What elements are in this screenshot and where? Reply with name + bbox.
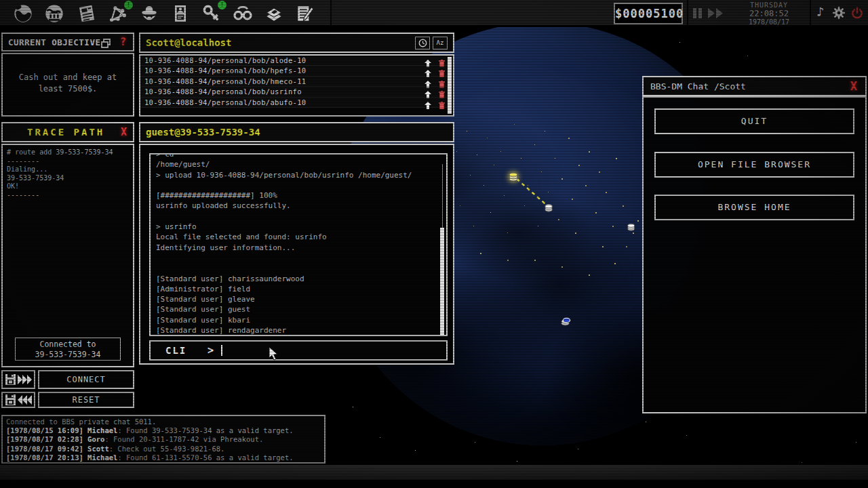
connect-button[interactable]: CONNECT bbox=[38, 370, 134, 389]
fast-forward-icon[interactable] bbox=[708, 8, 724, 21]
clock-date: 1978/08/17 bbox=[731, 18, 807, 26]
top-toolbar: ! ! $00005100 THURSDAY 22:08:52 1978/08/… bbox=[0, 0, 868, 27]
notification-badge: ! bbox=[218, 1, 226, 9]
status-target: 39-533-7539-34 bbox=[16, 350, 120, 360]
key-icon[interactable]: ! bbox=[201, 3, 224, 24]
delete-icon[interactable] bbox=[439, 99, 445, 112]
file-browser-header: Scott@localhost Az bbox=[139, 33, 454, 53]
terminal-line: [Standard user] gleave bbox=[156, 294, 441, 304]
file-path: 10-936-4088-94/personal/bob/hmeco-11 bbox=[144, 77, 306, 85]
cli-input[interactable]: CLI > bbox=[149, 340, 448, 361]
close-icon[interactable]: X bbox=[121, 126, 127, 138]
log-text: Connected to BBS private chat 5011. bbox=[6, 418, 156, 426]
cli-label: CLI bbox=[165, 345, 186, 356]
objective-help-icon[interactable]: ? bbox=[120, 36, 126, 48]
terminal-scrollbar-thumb[interactable] bbox=[440, 228, 444, 336]
sort-time-button[interactable] bbox=[415, 37, 430, 49]
log-author: [1978/08/15 16:09] Michael bbox=[6, 426, 117, 434]
save-forward-button[interactable] bbox=[1, 370, 35, 389]
log-line: [1978/08/15 16:09] Michael: Found 39-533… bbox=[6, 426, 321, 435]
network-node-icon[interactable] bbox=[627, 222, 637, 235]
chat-panel-body: QUIT OPEN FILE BROWSER BROWSE HOME bbox=[642, 96, 867, 413]
log-text: : Found 39-533-7539-34 as a valid target… bbox=[117, 426, 293, 434]
chat-panel-header: BBS-DM Chat /Scott X bbox=[642, 76, 867, 96]
trace-line: # route add 39-533-7539-34 bbox=[3, 148, 133, 157]
network-node-icon[interactable] bbox=[560, 315, 572, 329]
game-clock: THURSDAY 22:08:52 1978/08/17 bbox=[731, 1, 807, 26]
window-restore-icon[interactable] bbox=[101, 38, 111, 51]
terminal-output[interactable]: > cd/home/guest/> upload 10-936-4088-94/… bbox=[149, 153, 448, 336]
cli-caret bbox=[221, 345, 222, 356]
file-row[interactable]: 10-936-4088-94/personal/bob/hpefs-10 bbox=[140, 66, 453, 76]
file-path: 10-936-4088-94/personal/bob/usrinfo bbox=[144, 87, 302, 96]
log-line: [1978/08/17 20:13] Michael: Found 61-131… bbox=[6, 453, 321, 462]
spy-icon[interactable] bbox=[138, 3, 161, 24]
terminal-line bbox=[156, 253, 441, 263]
close-icon[interactable]: X bbox=[850, 79, 857, 93]
file-row[interactable]: 10-936-4088-94/personal/bob/usrinfo bbox=[140, 87, 453, 97]
file-path: 10-936-4088-94/personal/bob/hpefs-10 bbox=[144, 66, 306, 75]
trace-line: 39-533-7539-34 bbox=[3, 174, 133, 183]
terminal-line: [Standard user] rendagardener bbox=[156, 325, 441, 336]
sort-alpha-button[interactable]: Az bbox=[433, 37, 448, 49]
browse-home-button[interactable]: BROWSE HOME bbox=[654, 195, 854, 220]
trace-path-header: TRACE PATH X bbox=[1, 122, 134, 142]
trace-path-body: # route add 39-533-7539-34--------Dialin… bbox=[1, 144, 134, 367]
terminal-line: > usrinfo bbox=[156, 222, 441, 232]
reset-button[interactable]: RESET bbox=[38, 392, 134, 408]
news-icon[interactable] bbox=[76, 3, 99, 24]
log-line: Connected to BBS private chat 5011. bbox=[6, 418, 321, 426]
bbs-log-panel[interactable]: Connected to BBS private chat 5011. [197… bbox=[1, 415, 326, 464]
power-icon[interactable] bbox=[850, 5, 864, 23]
terminal-line: [Standard user] charissaunderwood bbox=[156, 274, 441, 284]
network-map-icon[interactable]: ! bbox=[107, 3, 130, 24]
file-path: 10-936-4088-94/personal/bob/abufo-10 bbox=[144, 98, 306, 106]
file-row[interactable]: 10-936-4088-94/personal/bob/abufo-10 bbox=[140, 98, 453, 108]
software-icon[interactable] bbox=[263, 3, 286, 24]
chat-panel-title: BBS-DM Chat /Scott bbox=[650, 81, 746, 92]
terminal-line: > cd bbox=[156, 153, 441, 159]
bank-icon[interactable] bbox=[43, 3, 66, 24]
music-icon[interactable]: ♪ bbox=[816, 4, 824, 19]
bottom-bezel bbox=[0, 465, 868, 480]
save-rewind-button[interactable] bbox=[1, 392, 35, 408]
gear-icon[interactable] bbox=[831, 5, 846, 23]
network-node-icon[interactable] bbox=[544, 202, 555, 216]
log-author: [1978/08/17 02:28] Goro bbox=[6, 435, 104, 443]
connection-status-box: Connected to 39-533-7539-34 bbox=[15, 338, 121, 361]
terminal-line: usrinfo uploaded successfully. bbox=[156, 201, 441, 211]
file-row[interactable]: 10-936-4088-94/personal/bob/hmeco-11 bbox=[140, 77, 453, 87]
terminal-line bbox=[156, 211, 441, 222]
world-icon[interactable] bbox=[12, 3, 35, 24]
trace-path-title: TRACE PATH bbox=[27, 127, 104, 138]
cuffs-icon[interactable] bbox=[232, 3, 255, 24]
upload-icon[interactable] bbox=[425, 99, 431, 112]
notification-badge: ! bbox=[124, 1, 133, 9]
file-path: 10-936-4088-94/personal/bob/alode-10 bbox=[144, 56, 306, 64]
mouse-cursor bbox=[269, 347, 278, 363]
quit-button[interactable]: QUIT bbox=[654, 108, 854, 134]
money-counter: $00005100 bbox=[614, 3, 683, 24]
cli-prompt: > bbox=[208, 344, 214, 357]
open-file-browser-button[interactable]: OPEN FILE BROWSER bbox=[654, 152, 854, 178]
network-node-icon-active[interactable] bbox=[508, 170, 520, 185]
file-browser-title: Scott@localhost bbox=[146, 37, 231, 48]
log-author: [1978/08/17 20:13] Michael bbox=[6, 453, 117, 462]
objective-text: Cash out and keep at least 7500$. bbox=[9, 72, 126, 95]
id-file-icon[interactable] bbox=[170, 3, 193, 24]
trace-line: -------- bbox=[3, 191, 133, 200]
notes-icon[interactable] bbox=[294, 3, 317, 24]
terminal-line: [Standard user] guest bbox=[156, 304, 441, 314]
trace-line: -------- bbox=[3, 157, 133, 166]
clock-day: THURSDAY bbox=[731, 1, 807, 9]
log-line: [1978/08/17 09:42] Scott: Check out 55-4… bbox=[6, 445, 321, 453]
log-text: : Check out 55-493-9821-68. bbox=[109, 445, 225, 453]
clock-time: 22:08:52 bbox=[731, 9, 807, 18]
objective-panel-header: CURRENT OBJECTIVE ? bbox=[1, 33, 134, 52]
file-browser-scrollbar[interactable] bbox=[448, 57, 452, 114]
terminal-title: guest@39-533-7539-34 bbox=[146, 127, 260, 138]
trace-line: OK! bbox=[3, 182, 133, 191]
terminal-line: [####################] 100% bbox=[156, 190, 441, 201]
terminal-line: [Administrator] field bbox=[156, 284, 441, 294]
file-row[interactable]: 10-936-4088-94/personal/bob/alode-10 bbox=[140, 56, 453, 66]
